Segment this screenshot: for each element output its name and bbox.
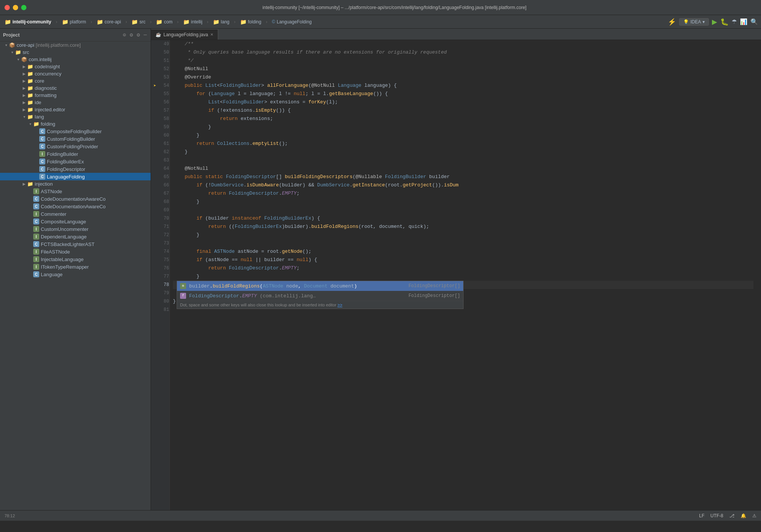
tree-label: DependentLanguage	[41, 234, 86, 240]
tree-item-com-intellij[interactable]: ▾ 📦 com.intellij	[0, 56, 151, 63]
tree-item-core-api[interactable]: ▾ 📦 core-api [intellij.platform.core]	[0, 42, 151, 49]
tree-item-composite-folding-builder[interactable]: C CompositeFoldingBuilder	[0, 128, 151, 135]
navigate-back-icon[interactable]: ⚡	[668, 18, 676, 26]
collapsed-arrow-icon: ▶	[21, 182, 27, 186]
class-c-icon: C	[39, 128, 45, 134]
code-line-70: if (builder instanceof FoldingBuilderEx)…	[173, 214, 753, 223]
minimize-button[interactable]	[13, 5, 18, 10]
close-button[interactable]	[5, 5, 10, 10]
gutter-line	[151, 297, 159, 306]
tree-item-language[interactable]: C Language	[0, 271, 151, 278]
nav-project[interactable]: 📁 intellij-community	[3, 18, 53, 26]
status-right: LF UTF-8 ⎇ 🔔 ⚠	[699, 513, 756, 518]
code-line-77: }	[173, 272, 753, 281]
tree-item-injection[interactable]: ▶ 📁 injection	[0, 180, 151, 188]
tree-item-injected-editor[interactable]: ▶ 📁 injected.editor	[0, 106, 151, 113]
nav-folding[interactable]: 📁 folding	[239, 18, 263, 26]
tree-item-fcts-backed[interactable]: C FCTSBackedLighterAST	[0, 240, 151, 248]
vertical-scrollbar[interactable]	[756, 40, 761, 510]
status-bar: 78:12 LF UTF-8 ⎇ 🔔 ⚠	[0, 510, 761, 521]
run-button[interactable]: ▶	[712, 18, 717, 26]
tree-item-language-folding[interactable]: C LanguageFolding	[0, 173, 151, 180]
tree-item-lang[interactable]: ▾ 📁 lang	[0, 113, 151, 120]
tree-item-file-astnode[interactable]: I FileASTNode	[0, 248, 151, 255]
ac-return-type-0: FoldingDescriptor[]	[408, 283, 460, 289]
tree-item-composite-language[interactable]: C CompositeLanguage	[0, 218, 151, 225]
maximize-button[interactable]	[21, 5, 26, 10]
tree-item-custom-uncommenter[interactable]: I CustomUncommenter	[0, 225, 151, 233]
tab-filename: LanguageFolding.java	[163, 32, 208, 37]
tree-item-itoken-type-remapper[interactable]: I ITokenTypeRemapper	[0, 263, 151, 271]
encoding-status[interactable]: UTF-8	[710, 513, 723, 518]
scope-icon[interactable]: ⊙	[122, 31, 126, 39]
profile-button[interactable]: 📊	[740, 18, 747, 25]
tree-item-custom-folding-builder[interactable]: C CustomFoldingBuilder	[0, 135, 151, 143]
collapse-icon[interactable]: —	[143, 31, 148, 39]
tree-label: formatting	[35, 92, 57, 98]
java-file-icon: ☕	[156, 32, 161, 37]
tree-label: LanguageFolding	[47, 174, 85, 180]
tree-item-folding-descriptor[interactable]: C FoldingDescriptor	[0, 165, 151, 173]
tree-item-folding-builder[interactable]: I FoldingBuilder	[0, 150, 151, 158]
nav-src[interactable]: 📁 src	[130, 18, 147, 26]
nav-intellij[interactable]: 📁 intellij	[182, 18, 204, 26]
line-num-63: 63	[159, 156, 170, 165]
code-editor[interactable]: ➤	[151, 40, 761, 510]
expand-arrow-icon: ▾	[15, 57, 21, 62]
class-i-icon: I	[39, 151, 45, 157]
git-icon[interactable]: ⎇	[729, 513, 735, 518]
tree-item-core[interactable]: ▶ 📁 core	[0, 77, 151, 85]
tree-item-ide[interactable]: ▶ 📁 ide	[0, 99, 151, 106]
tree-item-diagnostic[interactable]: ▶ 📁 diagnostic	[0, 85, 151, 92]
tree-item-commenter[interactable]: I Commenter	[0, 210, 151, 218]
tree-label: FoldingBuilderEx	[47, 159, 84, 165]
tree-label: FoldingDescriptor	[47, 166, 85, 172]
nav-core-api[interactable]: 📁 core-api	[95, 18, 122, 26]
debug-button[interactable]: 🐛	[720, 18, 729, 26]
class-c-icon: C	[39, 166, 45, 172]
expand-arrow-icon: ▾	[21, 115, 27, 119]
coverage-button[interactable]: ☂	[732, 18, 737, 25]
ac-item-1[interactable]: f FoldingDescriptor.EMPTY (com.intellij.…	[177, 291, 463, 301]
ac-item-0[interactable]: m builder.buildFoldRegions(ASTNode node,…	[177, 281, 463, 291]
nav-com[interactable]: 📁 com	[154, 18, 174, 26]
code-line-61: return Collections.emptyList();	[173, 140, 753, 148]
tree-item-src[interactable]: ▾ 📁 src	[0, 49, 151, 56]
project-sidebar[interactable]: Project ⊙ ⚙ ⚙ — ▾ 📦 core-api [intellij.p…	[0, 29, 151, 510]
nav-platform[interactable]: 📁 platform	[60, 18, 88, 26]
problems-icon[interactable]: ⚠	[752, 513, 756, 518]
run-config-dropdown[interactable]: 💡 IDEA ▾	[679, 18, 709, 26]
line-num-76: 76	[159, 264, 170, 272]
tree-item-codeinsight[interactable]: ▶ 📁 codeInsight	[0, 63, 151, 70]
tree-item-custom-folding-provider[interactable]: C CustomFoldingProvider	[0, 143, 151, 150]
tree-item-code-doc-co1[interactable]: C CodeDocumentationAwareCo	[0, 195, 151, 203]
autocomplete-popup[interactable]: m builder.buildFoldRegions(ASTNode node,…	[177, 281, 464, 309]
tree-label: codeInsight	[35, 64, 60, 69]
line-num-71: 71	[159, 223, 170, 231]
ac-method-icon: m	[180, 283, 186, 289]
gutter-line	[151, 181, 159, 189]
tree-item-folding-builder-ex[interactable]: C FoldingBuilderEx	[0, 158, 151, 165]
tree-item-folding[interactable]: ▾ 📁 folding	[0, 120, 151, 128]
nav-class[interactable]: © LanguageFolding	[270, 18, 313, 25]
gutter-line	[151, 73, 159, 81]
event-log-icon[interactable]: 🔔	[741, 513, 746, 518]
tree-item-formatting[interactable]: ▶ 📁 formatting	[0, 92, 151, 99]
tab-language-folding[interactable]: ☕ LanguageFolding.java ✕	[151, 29, 218, 40]
settings-cog-icon[interactable]: ⚙	[129, 31, 134, 39]
tree-item-code-doc-co2[interactable]: C CodeDocumentationAwareCo	[0, 203, 151, 210]
tree-label: core-api [intellij.platform.core]	[17, 42, 81, 48]
nav-lang[interactable]: 📁 lang	[211, 18, 231, 26]
search-everywhere-button[interactable]: 🔍	[750, 18, 758, 25]
tab-close-icon[interactable]: ✕	[210, 32, 213, 37]
tree-item-astnode[interactable]: I ASTNode	[0, 188, 151, 195]
tree-label: FileASTNode	[41, 249, 70, 255]
tree-item-injectable-language[interactable]: I InjectableLanguage	[0, 255, 151, 263]
tree-item-dependent-language[interactable]: I DependentLanguage	[0, 233, 151, 240]
ac-hint-link[interactable]: >>	[337, 303, 342, 307]
gear-icon[interactable]: ⚙	[136, 31, 140, 39]
line-separator-status[interactable]: LF	[699, 513, 704, 518]
code-content[interactable]: /** * Only queries base language results…	[170, 40, 756, 510]
tree-item-concurrency[interactable]: ▶ 📁 concurrency	[0, 70, 151, 77]
sidebar-toolbar: ⊙ ⚙ ⚙ —	[122, 31, 148, 39]
